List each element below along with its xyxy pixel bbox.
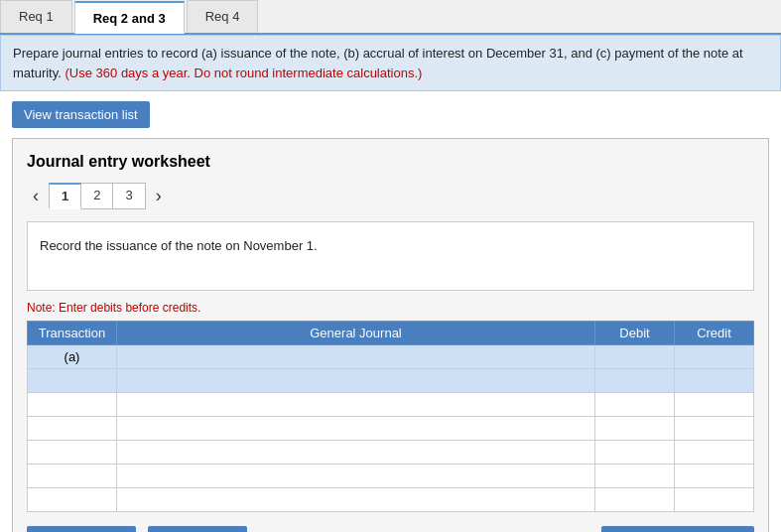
table-row xyxy=(28,369,754,393)
cell-journal-1[interactable] xyxy=(117,369,595,393)
cell-journal-0[interactable] xyxy=(117,345,595,369)
page-navigation: ‹ 1 2 3 › xyxy=(27,183,754,209)
cell-debit-6[interactable] xyxy=(595,488,675,512)
clear-entry-button[interactable]: Clear entry xyxy=(148,526,247,532)
page-tab-1[interactable]: 1 xyxy=(49,183,81,209)
input-debit-2[interactable] xyxy=(595,393,674,416)
input-journal-0[interactable] xyxy=(117,345,594,368)
cell-credit-3[interactable] xyxy=(675,417,754,441)
journal-entry-worksheet: Journal entry worksheet ‹ 1 2 3 › Record… xyxy=(12,138,769,532)
input-credit-0[interactable] xyxy=(675,345,753,368)
cell-journal-5[interactable] xyxy=(117,465,595,488)
input-debit-6[interactable] xyxy=(595,488,674,511)
cell-debit-4[interactable] xyxy=(595,441,675,465)
table-row xyxy=(28,441,754,465)
cell-transaction-1 xyxy=(28,369,117,393)
cell-transaction-6 xyxy=(28,488,117,512)
input-debit-5[interactable] xyxy=(595,465,674,487)
tab-req4[interactable]: Req 4 xyxy=(187,0,259,33)
th-transaction: Transaction xyxy=(28,322,117,345)
input-journal-1[interactable] xyxy=(117,369,594,392)
input-credit-4[interactable] xyxy=(675,441,753,464)
bottom-buttons: Record entry Clear entry View general jo… xyxy=(27,526,754,532)
cell-credit-5[interactable] xyxy=(675,465,754,488)
tab-req1[interactable]: Req 1 xyxy=(0,0,72,33)
input-journal-6[interactable] xyxy=(117,488,594,511)
input-journal-5[interactable] xyxy=(117,465,594,487)
prev-page-arrow[interactable]: ‹ xyxy=(27,184,45,208)
cell-journal-6[interactable] xyxy=(117,488,595,512)
input-debit-0[interactable] xyxy=(595,345,674,368)
table-row xyxy=(28,393,754,417)
cell-transaction-3 xyxy=(28,417,117,441)
input-debit-1[interactable] xyxy=(595,369,674,392)
th-credit: Credit xyxy=(675,322,754,345)
cell-journal-4[interactable] xyxy=(117,441,595,465)
cell-transaction-2 xyxy=(28,393,117,417)
cell-credit-0[interactable] xyxy=(675,345,754,369)
page-tab-2[interactable]: 2 xyxy=(81,183,113,209)
cell-debit-1[interactable] xyxy=(595,369,675,393)
journal-table: Transaction General Journal Debit Credit… xyxy=(27,321,754,512)
page-tabs: 1 2 3 xyxy=(49,183,146,209)
input-credit-5[interactable] xyxy=(675,465,753,487)
input-credit-6[interactable] xyxy=(675,488,753,511)
input-debit-3[interactable] xyxy=(595,417,674,440)
table-row xyxy=(28,417,754,441)
cell-transaction-0: (a) xyxy=(28,345,117,369)
th-debit: Debit xyxy=(595,322,675,345)
cell-debit-2[interactable] xyxy=(595,393,675,417)
cell-credit-2[interactable] xyxy=(675,393,754,417)
cell-debit-5[interactable] xyxy=(595,465,675,488)
table-row xyxy=(28,488,754,512)
next-page-arrow[interactable]: › xyxy=(150,184,168,208)
info-box: Prepare journal entries to record (a) is… xyxy=(0,35,781,91)
cell-debit-0[interactable] xyxy=(595,345,675,369)
input-journal-2[interactable] xyxy=(117,393,594,416)
info-warning-text: (Use 360 days a year. Do not round inter… xyxy=(65,66,423,80)
cell-transaction-5 xyxy=(28,465,117,488)
worksheet-title: Journal entry worksheet xyxy=(27,153,754,171)
view-transaction-list-button[interactable]: View transaction list xyxy=(12,101,150,128)
cell-journal-2[interactable] xyxy=(117,393,595,417)
table-row: (a) xyxy=(28,345,754,369)
tabs-bar: Req 1 Req 2 and 3 Req 4 xyxy=(0,0,781,35)
tab-req2and3[interactable]: Req 2 and 3 xyxy=(74,1,185,34)
cell-credit-4[interactable] xyxy=(675,441,754,465)
cell-transaction-4 xyxy=(28,441,117,465)
th-general-journal: General Journal xyxy=(117,322,595,345)
input-credit-3[interactable] xyxy=(675,417,753,440)
page-tab-3[interactable]: 3 xyxy=(113,183,145,209)
table-row xyxy=(28,465,754,488)
cell-journal-3[interactable] xyxy=(117,417,595,441)
cell-credit-6[interactable] xyxy=(675,488,754,512)
view-general-journal-button[interactable]: View general journal xyxy=(601,526,754,532)
entry-note: Note: Enter debits before credits. xyxy=(27,301,754,315)
record-entry-button[interactable]: Record entry xyxy=(27,526,136,532)
input-journal-3[interactable] xyxy=(117,417,594,440)
input-journal-4[interactable] xyxy=(117,441,594,464)
cell-debit-3[interactable] xyxy=(595,417,675,441)
input-debit-4[interactable] xyxy=(595,441,674,464)
input-credit-1[interactable] xyxy=(675,369,753,392)
input-credit-2[interactable] xyxy=(675,393,753,416)
entry-description: Record the issuance of the note on Novem… xyxy=(27,221,754,291)
cell-credit-1[interactable] xyxy=(675,369,754,393)
